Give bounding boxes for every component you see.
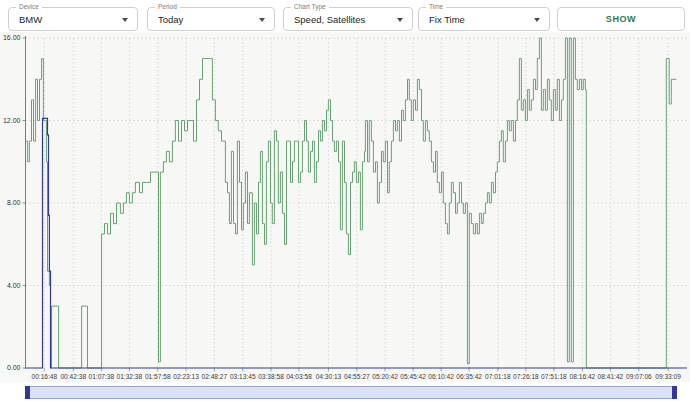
x-tick-label: 08:41:42 (598, 373, 624, 380)
time-select-label: Time (426, 3, 446, 11)
x-tick-label: 07:01:18 (485, 373, 511, 380)
x-tick-label: 06:10:42 (428, 373, 454, 380)
speed-line (26, 118, 688, 368)
x-tick-label: 01:07:38 (88, 373, 114, 380)
gps-chart-page: Device BMW Period Today Chart Type Speed… (0, 0, 690, 401)
period-select-value: Today (158, 14, 183, 25)
x-tick-label: 08:16:42 (570, 373, 596, 380)
period-select[interactable]: Period Today (147, 7, 275, 31)
x-tick-label: 07:51:18 (541, 373, 567, 380)
x-tick-label: 05:20:42 (372, 373, 398, 380)
x-tick-label: 02:48:27 (202, 373, 228, 380)
chevron-down-icon (259, 18, 265, 22)
device-select[interactable]: Device BMW (8, 7, 138, 31)
x-tick-label: 00:16:48 (31, 373, 57, 380)
chart-type-select-label: Chart Type (291, 3, 329, 11)
x-tick-label: 04:55:27 (344, 373, 370, 380)
x-tick-label: 04:30:13 (316, 373, 342, 380)
y-tick-label: 0.00 (7, 364, 21, 371)
chart: 00:16:4800:42:3801:07:3801:32:3801:57:58… (0, 0, 690, 401)
y-tick-label: 12.00 (3, 117, 21, 124)
chevron-down-icon (534, 18, 540, 22)
show-button[interactable]: SHOW (557, 7, 685, 31)
device-select-value: BMW (19, 14, 42, 25)
time-range-scrollbar[interactable] (25, 386, 677, 399)
x-tick-label: 07:26:18 (513, 373, 539, 380)
time-select[interactable]: Time Fix Time (418, 7, 550, 31)
x-tick-label: 02:23:13 (173, 373, 199, 380)
x-tick-label: 06:35:42 (456, 373, 482, 380)
chevron-down-icon (397, 18, 403, 22)
time-select-value: Fix Time (429, 14, 465, 25)
y-tick-label: 8.00 (7, 199, 21, 206)
x-tick-label: 03:38:58 (258, 373, 284, 380)
device-select-label: Device (16, 3, 42, 11)
x-tick-label: 04:03:58 (286, 373, 312, 380)
x-tick-label: 05:45:42 (400, 373, 426, 380)
chevron-down-icon (122, 18, 128, 22)
chart-type-select[interactable]: Chart Type Speed, Satellites (283, 7, 413, 31)
chart-type-select-value: Speed, Satellites (294, 14, 365, 25)
period-select-label: Period (155, 3, 180, 11)
y-tick-label: 16.00 (3, 34, 21, 41)
x-tick-label: 00:42:38 (60, 373, 86, 380)
x-tick-label: 01:32:38 (117, 373, 143, 380)
scrollbar-handle-right[interactable] (672, 386, 677, 399)
x-tick-label: 09:33:09 (655, 373, 681, 380)
x-tick-label: 03:13:45 (230, 373, 256, 380)
toolbar: Device BMW Period Today Chart Type Speed… (0, 0, 690, 34)
y-tick-label: 4.00 (7, 282, 21, 289)
x-tick-label: 01:57:58 (145, 373, 171, 380)
scrollbar-handle-left[interactable] (25, 386, 30, 399)
x-tick-label: 09:07:06 (626, 373, 652, 380)
